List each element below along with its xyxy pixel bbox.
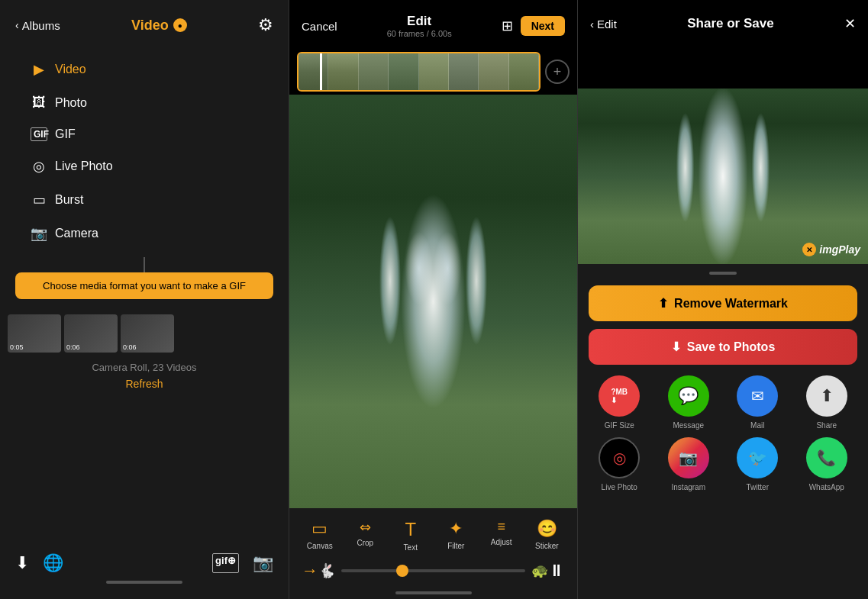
filmstrip[interactable] bbox=[297, 52, 540, 92]
tool-adjust[interactable]: ≡ Adjust bbox=[482, 519, 521, 552]
main-video-preview bbox=[289, 95, 577, 508]
edit-title: Edit bbox=[387, 14, 452, 29]
back-edit-label: Edit bbox=[597, 18, 617, 31]
panel1-bottom-bar: ⬇ 🌐 gif⊕ 📷 bbox=[0, 541, 289, 599]
frame-1 bbox=[298, 53, 328, 90]
settings-button[interactable]: ⚙ bbox=[258, 15, 273, 35]
header-right-buttons: ⊞ Next bbox=[502, 16, 565, 36]
message-icon: 💬 bbox=[678, 386, 699, 406]
share-grid-row1: ?MB⬇ GIF Size 💬 Message ✉ Mail ⬆ bbox=[578, 375, 868, 430]
play-forward-button[interactable]: → bbox=[302, 561, 318, 581]
whatsapp-label: WhatsApp bbox=[809, 483, 844, 491]
watermark-icon: ⬆ bbox=[658, 296, 668, 311]
nav-item-burst[interactable]: ▭ Burst bbox=[0, 184, 289, 216]
camera-icon: 📷 bbox=[31, 225, 47, 242]
frame-6 bbox=[449, 53, 479, 90]
download-icon[interactable]: ⬇ bbox=[15, 553, 29, 573]
panel3-bottom: ⬆ Remove Watermark ⬇ Save to Photos ?MB⬇… bbox=[578, 264, 868, 599]
panel1-title: Video bbox=[131, 18, 169, 34]
grid-view-button[interactable]: ⊞ bbox=[502, 18, 513, 34]
share-item-share[interactable]: ⬆ Share bbox=[796, 375, 858, 430]
share-item-gif-size[interactable]: ?MB⬇ GIF Size bbox=[589, 375, 650, 430]
nav-label-gif: GIF bbox=[55, 127, 76, 141]
nav-item-camera[interactable]: 📷 Camera bbox=[0, 217, 289, 250]
panel1-badge: ● bbox=[173, 18, 187, 32]
turtle-speed-icon[interactable]: 🐢 bbox=[531, 562, 548, 579]
cancel-button[interactable]: Cancel bbox=[302, 20, 337, 33]
mail-label: Mail bbox=[750, 421, 764, 430]
tool-sticker[interactable]: 😊 Sticker bbox=[528, 519, 566, 552]
edit-title-group: Edit 60 frames / 6.00s bbox=[387, 14, 452, 38]
add-clip-button[interactable]: + bbox=[545, 60, 570, 84]
video-thumb-1[interactable]: 0:05 bbox=[8, 314, 61, 353]
bottom-icons-right: gif⊕ 📷 bbox=[212, 553, 273, 573]
refresh-button[interactable]: Refresh bbox=[0, 375, 289, 393]
back-albums-label: Albums bbox=[22, 19, 60, 32]
playback-progress-bar[interactable] bbox=[341, 569, 525, 572]
next-button[interactable]: Next bbox=[521, 16, 565, 36]
gif-search-icon[interactable]: gif⊕ bbox=[212, 553, 239, 573]
share-item-message[interactable]: 💬 Message bbox=[658, 375, 720, 430]
panel-share-save: ‹ Edit Share or Save ✕ ✕ imgPlay ⬆ Remov… bbox=[578, 0, 868, 599]
canvas-label: Canvas bbox=[307, 542, 333, 550]
live-photo-circle: ◎ bbox=[599, 437, 640, 478]
share-item-mail[interactable]: ✉ Mail bbox=[727, 375, 789, 430]
video-thumb-3[interactable]: 0:06 bbox=[121, 314, 174, 353]
adjust-icon: ≡ bbox=[497, 519, 505, 535]
back-edit-button[interactable]: ‹ Edit bbox=[590, 18, 617, 31]
thumb-time-3: 0:06 bbox=[123, 343, 137, 351]
panel-editor: Cancel Edit 60 frames / 6.00s ⊞ Next bbox=[289, 0, 578, 599]
burst-icon: ▭ bbox=[31, 192, 47, 208]
close-button[interactable]: ✕ bbox=[844, 15, 856, 32]
rabbit-speed-icon[interactable]: 🐇 bbox=[318, 562, 335, 579]
tool-row: ▭ Canvas ⇔ Crop T Text ✦ Filter ≡ Adjust… bbox=[289, 516, 577, 556]
mail-icon: ✉ bbox=[751, 387, 764, 405]
crop-icon: ⇔ bbox=[360, 519, 371, 536]
pause-button[interactable]: ⏸ bbox=[548, 561, 565, 581]
save-photos-button[interactable]: ⬇ Save to Photos bbox=[589, 329, 857, 365]
live-photo-share-icon: ◎ bbox=[613, 449, 626, 467]
share-grid-row2: ◎ Live Photo 📷 Instagram 🐦 Twitter 📞 bbox=[578, 430, 868, 491]
tooltip-area: Choose media format you want to make a G… bbox=[15, 257, 273, 299]
playback-row: → 🐇 🐢 ⏸ bbox=[289, 556, 577, 587]
instagram-icon: 📷 bbox=[679, 449, 698, 467]
nav-label-burst: Burst bbox=[55, 193, 83, 207]
tool-text[interactable]: T Text bbox=[392, 519, 430, 552]
tool-crop[interactable]: ⇔ Crop bbox=[346, 519, 384, 552]
watermark-badge: ✕ imgPlay bbox=[802, 243, 860, 256]
back-albums-button[interactable]: ‹ Albums bbox=[15, 19, 60, 32]
share-item-live-photo[interactable]: ◎ Live Photo bbox=[589, 437, 650, 491]
share-item-instagram[interactable]: 📷 Instagram bbox=[658, 437, 720, 491]
share-label: Share bbox=[816, 421, 837, 430]
panel1-title-group: Video ● bbox=[131, 18, 187, 34]
nav-item-photo[interactable]: 🖼 Photo bbox=[0, 87, 289, 118]
video-thumb-2[interactable]: 0:06 bbox=[64, 314, 118, 353]
whatsapp-circle: 📞 bbox=[806, 437, 847, 478]
nav-item-video[interactable]: ▶ Video bbox=[0, 53, 289, 85]
tooltip-arrow bbox=[144, 257, 145, 272]
waterfall-background bbox=[289, 95, 577, 508]
progress-dot bbox=[396, 565, 408, 577]
bottom-icons-left: ⬇ 🌐 bbox=[15, 553, 63, 573]
drag-indicator bbox=[709, 272, 737, 275]
nav-item-livephoto[interactable]: ◎ Live Photo bbox=[0, 150, 289, 182]
mail-circle: ✉ bbox=[737, 375, 778, 417]
tool-canvas[interactable]: ▭ Canvas bbox=[301, 519, 339, 552]
text-icon: T bbox=[405, 519, 416, 540]
remove-watermark-button[interactable]: ⬆ Remove Watermark bbox=[589, 285, 857, 321]
camera-capture-icon[interactable]: 📷 bbox=[253, 553, 273, 573]
share-icon: ⬆ bbox=[820, 386, 834, 406]
filmstrip-playhead[interactable] bbox=[320, 52, 322, 92]
save-icon: ⬇ bbox=[671, 340, 681, 354]
message-label: Message bbox=[673, 421, 704, 430]
tool-filter[interactable]: ✦ Filter bbox=[437, 519, 475, 552]
nav-item-gif[interactable]: GIF GIF bbox=[0, 120, 289, 149]
frame-4 bbox=[389, 53, 418, 90]
share-item-twitter[interactable]: 🐦 Twitter bbox=[727, 437, 789, 491]
gif-size-icon: ?MB⬇ bbox=[611, 388, 628, 404]
share-item-whatsapp[interactable]: 📞 WhatsApp bbox=[796, 437, 858, 491]
save-photos-label: Save to Photos bbox=[687, 340, 776, 354]
filmstrip-frames bbox=[298, 53, 539, 90]
globe-icon[interactable]: 🌐 bbox=[43, 553, 63, 573]
whatsapp-icon: 📞 bbox=[817, 449, 836, 467]
